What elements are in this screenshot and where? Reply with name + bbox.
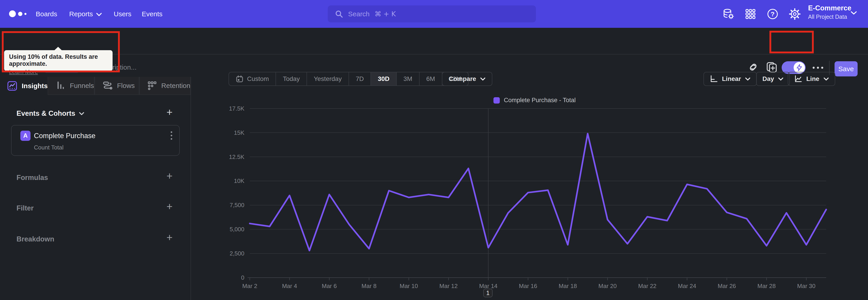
pagination-page-1[interactable]: 1 bbox=[483, 289, 493, 297]
x-axis-label: Mar 18 bbox=[559, 282, 577, 289]
y-axis-label: 5,000 bbox=[230, 226, 244, 233]
x-axis-label: Mar 10 bbox=[400, 282, 418, 289]
line-chart: 02,5005,0007,50010K12.5K15K17.5KMar 2Mar… bbox=[0, 0, 868, 300]
y-axis-label: 17.5K bbox=[229, 105, 245, 112]
tooltip-text: Using 10% of data. Results are approxima… bbox=[9, 53, 113, 67]
y-axis-label: 10K bbox=[234, 177, 245, 184]
x-axis-label: Mar 12 bbox=[439, 282, 458, 289]
y-axis-label: 12.5K bbox=[229, 153, 245, 160]
x-axis-label: Mar 28 bbox=[757, 282, 776, 289]
sampling-tooltip: Using 10% of data. Results are approxima… bbox=[4, 50, 113, 71]
y-axis-label: 0 bbox=[241, 274, 244, 281]
x-axis-label: Mar 16 bbox=[519, 282, 537, 289]
x-axis-label: Mar 24 bbox=[678, 282, 696, 289]
x-axis-label: Mar 2 bbox=[242, 282, 257, 289]
x-axis-label: Mar 14 bbox=[479, 282, 498, 289]
learn-more-link[interactable]: Learn More bbox=[9, 69, 38, 75]
x-axis-label: Mar 20 bbox=[598, 282, 617, 289]
x-axis-label: Mar 8 bbox=[362, 282, 376, 289]
mixpanel-app: Boards Reports Users Events Search ⌘ + K bbox=[0, 0, 868, 300]
x-axis-label: Mar 4 bbox=[282, 282, 297, 289]
y-axis-label: 15K bbox=[234, 129, 245, 136]
x-axis-label: Mar 22 bbox=[638, 282, 656, 289]
x-axis-label: Mar 6 bbox=[322, 282, 337, 289]
series-line-complete-purchase bbox=[250, 133, 826, 250]
y-axis-label: 7,500 bbox=[230, 202, 244, 208]
x-axis-label: Mar 26 bbox=[718, 282, 736, 289]
y-axis-label: 2,500 bbox=[230, 250, 244, 257]
x-axis-label: Mar 30 bbox=[797, 282, 815, 289]
